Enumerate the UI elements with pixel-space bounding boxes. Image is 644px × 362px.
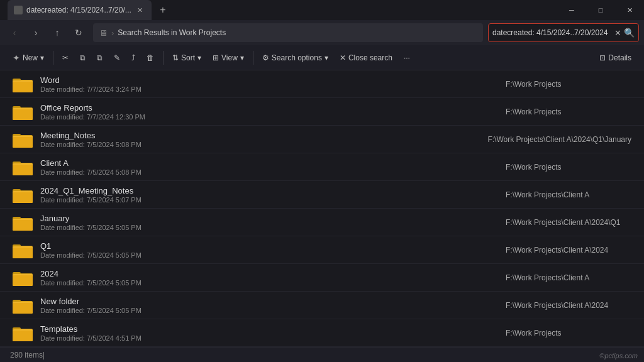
svg-rect-23 (13, 220, 33, 231)
file-path: F:\Work Projects\Client A (506, 190, 631, 199)
search-options-icon: ⚙ (262, 53, 269, 62)
close-button[interactable]: ✕ (615, 0, 644, 20)
minimize-button[interactable]: ─ (557, 0, 586, 20)
file-path: F:\Work Projects\Client A\2024\Q1\Januar… (487, 135, 631, 144)
folder-icon (13, 131, 33, 148)
new-button[interactable]: ✦ New ▾ (8, 48, 49, 68)
svg-rect-35 (13, 303, 33, 314)
list-item[interactable]: Office Reports Date modified: 7/7/2024 1… (0, 98, 644, 126)
search-go-button[interactable]: 🔍 (624, 28, 635, 38)
active-tab[interactable]: datecreated: 4/15/2024..7/20/... ✕ (8, 0, 152, 20)
toolbar-separator-2 (163, 51, 164, 65)
file-date: Date modified: 7/5/2024 5:05 PM (40, 307, 498, 314)
file-name: January (40, 214, 498, 223)
window-controls: ─ □ ✕ (557, 0, 644, 20)
sort-button[interactable]: ⇅ Sort ▾ (167, 48, 206, 68)
folder-icon (13, 159, 33, 175)
cut-button[interactable]: ✂ (57, 48, 74, 68)
file-name: Word (40, 75, 498, 85)
search-clear-button[interactable]: ✕ (614, 28, 621, 38)
new-label: New (23, 53, 38, 62)
file-path: F:\Work Projects\Client A\2024\Q1 (506, 218, 631, 227)
close-search-label: Close search (348, 53, 392, 62)
close-search-button[interactable]: ✕ Close search (335, 48, 397, 68)
file-path: F:\Work Projects\Client A\2024 (506, 246, 631, 255)
folder-icon (13, 270, 33, 286)
search-options-label: Search options (272, 53, 322, 62)
file-path: F:\Work Projects (506, 163, 631, 172)
search-input[interactable] (492, 28, 612, 37)
file-path: F:\Work Projects (506, 329, 631, 337)
folder-icon (13, 325, 33, 341)
file-date: Date modified: 7/5/2024 5:05 PM (40, 224, 498, 231)
new-tab-button[interactable]: + (154, 1, 172, 19)
status-separator: | (43, 351, 45, 359)
svg-rect-27 (13, 248, 33, 258)
list-item[interactable]: Client A Date modified: 7/5/2024 5:08 PM… (0, 153, 644, 181)
title-bar: datecreated: 4/15/2024..7/20/... ✕ + ─ □… (0, 0, 644, 20)
copy-button[interactable]: ⧉ (75, 48, 91, 68)
item-count: 290 items (10, 351, 43, 359)
sort-dropdown-icon: ▾ (197, 53, 201, 62)
file-info: Q1 Date modified: 7/5/2024 5:05 PM (40, 241, 498, 259)
list-item[interactable]: 2024_Q1_Meeting_Notes Date modified: 7/5… (0, 181, 644, 209)
svg-rect-19 (13, 192, 33, 203)
list-item[interactable]: Q1 Date modified: 7/5/2024 5:05 PM F:\Wo… (0, 236, 644, 264)
up-button[interactable]: ↑ (48, 23, 67, 42)
svg-rect-15 (13, 165, 33, 175)
list-item[interactable]: Templates Date modified: 7/5/2024 4:51 P… (0, 319, 644, 347)
file-path: F:\Work Projects\Client A\2024 (506, 301, 631, 310)
copy-icon: ⧉ (80, 53, 86, 62)
paste-button[interactable]: ⧉ (92, 48, 108, 68)
list-item[interactable]: New folder Date modified: 7/5/2024 5:05 … (0, 292, 644, 319)
address-bar[interactable]: 🖥 › Search Results in Work Projects (93, 23, 483, 42)
close-search-icon: ✕ (340, 53, 346, 62)
folder-icon (13, 104, 33, 120)
address-separator: › (111, 28, 114, 38)
toolbar-separator-1 (53, 51, 53, 65)
list-item[interactable]: 2024 Date modified: 7/5/2024 5:05 PM F:\… (0, 264, 644, 292)
folder-icon (13, 187, 33, 203)
more-button[interactable]: ··· (399, 48, 415, 68)
folder-icon (13, 242, 33, 258)
watermark: ©pctips.com (599, 352, 638, 359)
tab-close-button[interactable]: ✕ (135, 5, 145, 15)
file-info: 2024_Q1_Meeting_Notes Date modified: 7/5… (40, 186, 498, 204)
delete-button[interactable]: 🗑 (142, 48, 159, 68)
refresh-button[interactable]: ↻ (69, 23, 88, 42)
svg-rect-7 (13, 109, 33, 120)
file-info: 2024 Date modified: 7/5/2024 5:05 PM (40, 269, 498, 287)
status-bar: 290 items | (0, 347, 644, 362)
delete-icon: 🗑 (147, 53, 154, 62)
share-button[interactable]: ⤴ (126, 48, 140, 68)
details-button[interactable]: ⊡ Details (594, 48, 636, 68)
new-icon: ✦ (13, 53, 20, 63)
view-button[interactable]: ⊞ View ▾ (208, 48, 249, 68)
list-item[interactable]: January Date modified: 7/5/2024 5:05 PM … (0, 209, 644, 236)
back-button[interactable]: ‹ (5, 23, 24, 42)
search-bar: ✕ 🔍 (488, 23, 639, 42)
file-name: Meeting_Notes (40, 131, 480, 140)
tab-area: datecreated: 4/15/2024..7/20/... ✕ + (8, 0, 172, 20)
folder-icon (13, 297, 33, 314)
maximize-button[interactable]: □ (586, 0, 615, 20)
svg-rect-39 (13, 331, 33, 341)
folder-icon (13, 76, 33, 92)
file-date: Date modified: 7/5/2024 5:07 PM (40, 196, 498, 204)
list-item[interactable]: Word Date modified: 7/7/2024 3:24 PM F:\… (0, 70, 644, 98)
rename-button[interactable]: ✎ (109, 48, 125, 68)
tab-label: datecreated: 4/15/2024..7/20/... (26, 6, 131, 14)
svg-rect-31 (13, 275, 33, 286)
address-icon: 🖥 (99, 28, 108, 38)
rename-icon: ✎ (114, 53, 120, 62)
title-bar-left: datecreated: 4/15/2024..7/20/... ✕ + (8, 0, 172, 20)
paste-icon: ⧉ (97, 53, 103, 62)
search-options-button[interactable]: ⚙ Search options ▾ (257, 48, 333, 68)
forward-button[interactable]: › (26, 23, 45, 42)
file-name: Office Reports (40, 103, 498, 112)
new-dropdown-icon: ▾ (40, 53, 44, 62)
file-name: 2024 (40, 269, 498, 278)
view-label: View (221, 53, 238, 62)
list-item[interactable]: Meeting_Notes Date modified: 7/5/2024 5:… (0, 126, 644, 153)
tab-folder-icon (14, 6, 23, 14)
